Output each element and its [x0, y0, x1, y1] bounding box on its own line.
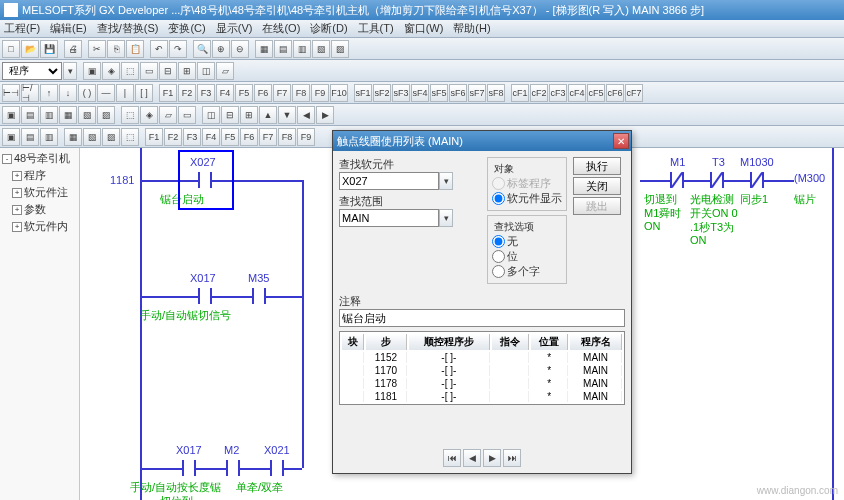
contact-nc-icon[interactable]: ⊢/⊣: [21, 84, 39, 102]
cf7-icon[interactable]: cF7: [625, 84, 643, 102]
contact-no-icon[interactable]: ⊢⊣: [2, 84, 20, 102]
e9-icon[interactable]: ▱: [159, 106, 177, 124]
cf4-icon[interactable]: cF4: [568, 84, 586, 102]
v14-icon[interactable]: F7: [259, 128, 277, 146]
cf2-icon[interactable]: cF2: [530, 84, 548, 102]
save-icon[interactable]: 💾: [40, 40, 58, 58]
dropdown-icon[interactable]: ▾: [63, 62, 77, 80]
menu-edit[interactable]: 编辑(E): [50, 21, 87, 36]
jump-button[interactable]: 跳出: [573, 197, 621, 215]
nav-prev-icon[interactable]: ◀: [463, 449, 481, 467]
sf7-icon[interactable]: sF7: [468, 84, 486, 102]
v4-icon[interactable]: ▦: [64, 128, 82, 146]
plus-icon[interactable]: +: [12, 222, 22, 232]
tool-b-icon[interactable]: ▤: [274, 40, 292, 58]
paste-icon[interactable]: 📋: [126, 40, 144, 58]
plus-icon[interactable]: +: [12, 205, 22, 215]
e10-icon[interactable]: ▭: [178, 106, 196, 124]
radio-bit[interactable]: 位: [492, 249, 562, 264]
find-device-input[interactable]: [339, 172, 439, 190]
menu-view[interactable]: 显示(V): [216, 21, 253, 36]
sf4-icon[interactable]: sF4: [411, 84, 429, 102]
col-step[interactable]: 步: [366, 334, 406, 350]
sf8-icon[interactable]: sF8: [487, 84, 505, 102]
e17-icon[interactable]: ▶: [316, 106, 334, 124]
minus-icon[interactable]: -: [2, 154, 12, 164]
nav-next-icon[interactable]: ▶: [483, 449, 501, 467]
menu-search[interactable]: 查找/替换(S): [97, 21, 159, 36]
v9-icon[interactable]: F2: [164, 128, 182, 146]
t2-e-icon[interactable]: ⊟: [159, 62, 177, 80]
v7-icon[interactable]: ⬚: [121, 128, 139, 146]
e14-icon[interactable]: ▲: [259, 106, 277, 124]
v6-icon[interactable]: ▨: [102, 128, 120, 146]
menu-window[interactable]: 窗口(W): [404, 21, 444, 36]
v1-icon[interactable]: ▣: [2, 128, 20, 146]
tree-item-parameter[interactable]: +参数: [2, 201, 77, 218]
e4-icon[interactable]: ▦: [59, 106, 77, 124]
f6-icon[interactable]: F6: [254, 84, 272, 102]
contact-m35[interactable]: [252, 288, 266, 304]
f10-icon[interactable]: F10: [330, 84, 348, 102]
col-inst[interactable]: 指令: [492, 334, 529, 350]
t2-g-icon[interactable]: ◫: [197, 62, 215, 80]
table-row[interactable]: 1178-[ ]-*MAIN: [342, 378, 622, 389]
sf6-icon[interactable]: sF6: [449, 84, 467, 102]
v15-icon[interactable]: F8: [278, 128, 296, 146]
contact-m1[interactable]: [670, 172, 684, 188]
f1-icon[interactable]: F1: [159, 84, 177, 102]
e12-icon[interactable]: ⊟: [221, 106, 239, 124]
t2-d-icon[interactable]: ▭: [140, 62, 158, 80]
open-icon[interactable]: 📂: [21, 40, 39, 58]
contact-t3[interactable]: [710, 172, 724, 188]
nav-last-icon[interactable]: ⏭: [503, 449, 521, 467]
print-icon[interactable]: 🖨: [64, 40, 82, 58]
e16-icon[interactable]: ◀: [297, 106, 315, 124]
close-button[interactable]: 关闭: [573, 177, 621, 195]
cf3-icon[interactable]: cF3: [549, 84, 567, 102]
undo-icon[interactable]: ↶: [150, 40, 168, 58]
e7-icon[interactable]: ⬚: [121, 106, 139, 124]
v2-icon[interactable]: ▤: [21, 128, 39, 146]
zoom-in-icon[interactable]: ⊕: [212, 40, 230, 58]
e1-icon[interactable]: ▣: [2, 106, 20, 124]
t2-c-icon[interactable]: ⬚: [121, 62, 139, 80]
tree-root[interactable]: -48号牵引机: [2, 150, 77, 167]
vline-icon[interactable]: |: [116, 84, 134, 102]
tool-d-icon[interactable]: ▧: [312, 40, 330, 58]
cut-icon[interactable]: ✂: [88, 40, 106, 58]
cf1-icon[interactable]: cF1: [511, 84, 529, 102]
v10-icon[interactable]: F3: [183, 128, 201, 146]
table-row[interactable]: 1152-[ ]-*MAIN: [342, 352, 622, 363]
f2-icon[interactable]: F2: [178, 84, 196, 102]
t2-f-icon[interactable]: ⊞: [178, 62, 196, 80]
menu-help[interactable]: 帮助(H): [453, 21, 490, 36]
f8-icon[interactable]: F8: [292, 84, 310, 102]
e8-icon[interactable]: ◈: [140, 106, 158, 124]
col-block[interactable]: 块: [342, 334, 364, 350]
e11-icon[interactable]: ◫: [202, 106, 220, 124]
coil-icon[interactable]: ( ): [78, 84, 96, 102]
v13-icon[interactable]: F6: [240, 128, 258, 146]
table-row[interactable]: 1170-[ ]-*MAIN: [342, 365, 622, 376]
program-combo[interactable]: 程序: [2, 62, 62, 80]
e2-icon[interactable]: ▤: [21, 106, 39, 124]
dropdown-icon[interactable]: ▾: [439, 172, 453, 190]
menu-online[interactable]: 在线(O): [262, 21, 300, 36]
nav-first-icon[interactable]: ⏮: [443, 449, 461, 467]
e6-icon[interactable]: ▨: [97, 106, 115, 124]
contact-n-icon[interactable]: ↓: [59, 84, 77, 102]
tool-e-icon[interactable]: ▨: [331, 40, 349, 58]
close-icon[interactable]: ✕: [613, 133, 629, 149]
tree-item-program[interactable]: +程序: [2, 167, 77, 184]
find-range-input[interactable]: [339, 209, 439, 227]
cf5-icon[interactable]: cF5: [587, 84, 605, 102]
plus-icon[interactable]: +: [12, 188, 22, 198]
contact-m1030[interactable]: [750, 172, 764, 188]
radio-device-display[interactable]: 软元件显示: [492, 191, 562, 206]
v16-icon[interactable]: F9: [297, 128, 315, 146]
v5-icon[interactable]: ▧: [83, 128, 101, 146]
func-icon[interactable]: [ ]: [135, 84, 153, 102]
sf5-icon[interactable]: sF5: [430, 84, 448, 102]
menu-tools[interactable]: 工具(T): [358, 21, 394, 36]
